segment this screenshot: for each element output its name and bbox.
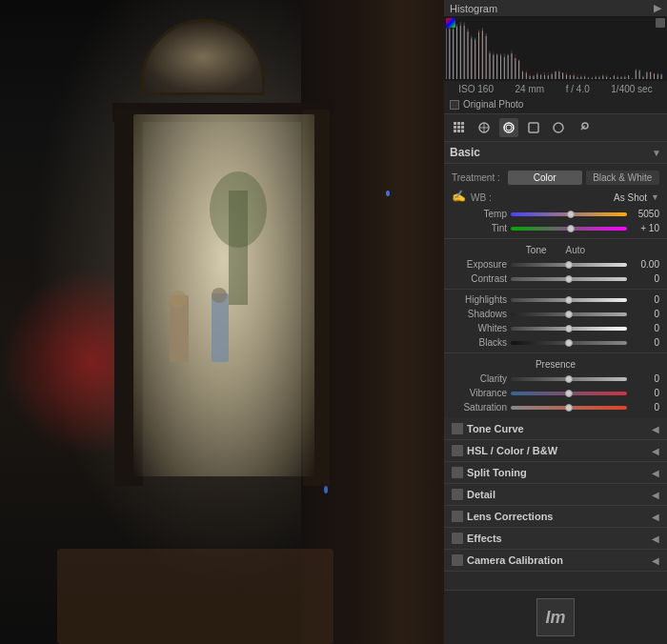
vibrance-slider[interactable]: [511, 392, 627, 395]
hsl-header[interactable]: HSL / Color / B&W ◀: [444, 440, 667, 461]
logo-box: Im: [536, 598, 575, 636]
split-toning-header[interactable]: Split Toning ◀: [444, 462, 667, 483]
basic-title: Basic: [450, 146, 480, 159]
gradient-tool-icon[interactable]: [549, 118, 568, 137]
clarity-slider-row: Clarity 0: [444, 372, 667, 386]
blacks-value: 0: [631, 337, 659, 348]
auto-link[interactable]: Auto: [566, 245, 586, 255]
svg-rect-2: [461, 122, 464, 125]
shadows-slider[interactable]: [511, 312, 627, 316]
crop-tool-icon[interactable]: [475, 118, 494, 137]
split-toning-section-icon: [452, 467, 463, 478]
divider-1: [444, 238, 667, 239]
split-toning-arrow: ◀: [652, 468, 659, 478]
tone-curve-section-icon: [452, 423, 463, 434]
lens-corrections-header[interactable]: Lens Corrections ◀: [444, 506, 667, 527]
tone-curve-title: Tone Curve: [467, 423, 524, 434]
grid-tool-icon[interactable]: [450, 118, 469, 137]
presence-label: Presence: [536, 359, 576, 370]
saturation-slider-row: Saturation 0: [444, 400, 667, 414]
divider-3: [444, 352, 667, 353]
histogram-canvas: [444, 16, 667, 81]
clarity-value: 0: [631, 373, 659, 384]
exif-aperture: f / 4.0: [566, 84, 590, 94]
tint-slider[interactable]: [511, 227, 627, 231]
radial-tool-icon[interactable]: [524, 118, 543, 137]
brush-tool-icon[interactable]: [574, 118, 593, 137]
presence-section-label: Presence: [444, 356, 667, 372]
histogram-chart: [446, 18, 665, 79]
original-photo-row: Original Photo: [444, 97, 667, 113]
saturation-label: Saturation: [452, 402, 507, 413]
exif-focal: 24 mm: [515, 84, 545, 94]
svg-point-15: [554, 123, 563, 132]
detail-section: Detail ◀: [444, 484, 667, 506]
original-photo-checkbox[interactable]: [450, 100, 459, 110]
lens-corrections-section: Lens Corrections ◀: [444, 506, 667, 528]
logo-text: Im: [545, 608, 565, 628]
bottom-logo: Im: [444, 590, 667, 644]
saturation-slider[interactable]: [511, 406, 627, 410]
heal-tool-icon[interactable]: [499, 118, 518, 137]
exif-bar: ISO 160 24 mm f / 4.0 1/400 sec: [444, 81, 667, 97]
treatment-row: Treatment : Color Black & White: [444, 168, 667, 188]
treatment-label: Treatment :: [452, 172, 504, 183]
whites-slider[interactable]: [511, 327, 627, 331]
lens-corrections-title: Lens Corrections: [467, 511, 553, 522]
clarity-slider[interactable]: [511, 377, 627, 381]
detail-section-icon: [452, 489, 463, 500]
wb-dropdown-icon[interactable]: ▼: [651, 192, 659, 202]
exposure-value: 0.00: [631, 259, 659, 270]
detail-header[interactable]: Detail ◀: [444, 484, 667, 505]
basic-panel: Treatment : Color Black & White ✍ WB : A…: [444, 164, 667, 418]
clarity-label: Clarity: [452, 373, 507, 384]
shadows-value: 0: [631, 309, 659, 319]
contrast-slider[interactable]: [511, 277, 627, 281]
exif-shutter: 1/400 sec: [611, 84, 652, 94]
contrast-value: 0: [631, 273, 659, 284]
highlights-label: Highlights: [452, 294, 507, 305]
saturation-value: 0: [631, 402, 659, 413]
effects-header[interactable]: Effects ◀: [444, 528, 667, 549]
hsl-section-icon: [452, 445, 463, 456]
svg-point-13: [506, 125, 512, 131]
histogram-corner-icon: ▶: [654, 2, 661, 14]
blacks-slider-row: Blacks 0: [444, 335, 667, 350]
tone-curve-arrow: ◀: [652, 424, 659, 434]
histogram-tl-icon[interactable]: [446, 18, 455, 28]
temp-slider[interactable]: [511, 212, 627, 216]
basic-section-header[interactable]: Basic ▼: [444, 142, 667, 164]
wb-row: ✍ WB : As Shot ▼: [444, 188, 667, 207]
eyedropper-icon[interactable]: ✍: [452, 190, 467, 205]
detail-arrow: ◀: [652, 490, 659, 500]
highlights-slider[interactable]: [511, 298, 627, 302]
color-button[interactable]: Color: [508, 171, 582, 185]
tint-label: Tint: [452, 223, 507, 233]
highlights-value: 0: [631, 294, 659, 305]
histogram-header: Histogram ▶: [444, 0, 667, 16]
camera-calibration-header[interactable]: Camera Calibration ◀: [444, 550, 667, 571]
svg-rect-14: [529, 123, 538, 132]
tone-curve-header[interactable]: Tone Curve ◀: [444, 418, 667, 439]
blacks-slider[interactable]: [511, 341, 627, 345]
histogram-tr-icon[interactable]: [656, 18, 665, 28]
highlights-slider-row: Highlights 0: [444, 292, 667, 307]
original-photo-label: Original Photo: [463, 99, 523, 110]
exif-iso: ISO 160: [458, 84, 494, 94]
histogram-title: Histogram: [450, 3, 497, 14]
temp-label: Temp: [452, 209, 507, 219]
wb-label: WB :: [471, 192, 499, 203]
svg-rect-6: [454, 130, 456, 132]
camera-calibration-section-icon: [452, 554, 463, 566]
tint-value: + 10: [631, 223, 659, 233]
contrast-slider-row: Contrast 0: [444, 272, 667, 286]
tone-section-label: Tone Auto: [444, 242, 667, 257]
exposure-slider[interactable]: [511, 263, 627, 267]
exposure-label: Exposure: [452, 259, 507, 270]
svg-rect-7: [457, 130, 460, 132]
lens-corrections-section-icon: [452, 511, 463, 522]
divider-2: [444, 289, 667, 290]
basic-arrow: ▼: [652, 148, 661, 158]
bw-button[interactable]: Black & White: [586, 171, 660, 185]
svg-rect-5: [461, 126, 464, 129]
